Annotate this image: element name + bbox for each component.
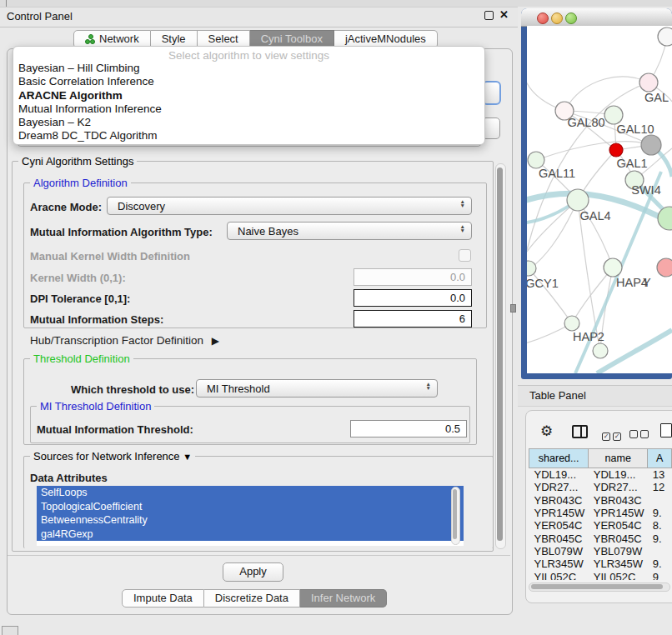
table-row[interactable]: YBL079WYBL079W (529, 545, 672, 558)
table-hscrollbar[interactable] (529, 582, 670, 592)
settings-scrollbar-thumb[interactable] (497, 168, 503, 541)
table-cell[interactable]: YBR045C (589, 532, 648, 544)
network-node-gal11[interactable] (528, 152, 544, 168)
table-cell[interactable]: YDL19... (529, 468, 589, 482)
table-cell[interactable] (648, 494, 672, 507)
network-edge[interactable] (564, 77, 649, 111)
show-columns-button[interactable] (572, 425, 588, 438)
table-cell[interactable]: YPR145W (589, 507, 648, 519)
attribute-list-item[interactable]: SelfLoops (37, 486, 464, 500)
kernel-width-field[interactable]: 0.0 (354, 268, 472, 286)
table-row[interactable]: YIL052CYIL052C9 (529, 570, 672, 580)
network-node-gal4[interactable] (567, 189, 589, 211)
table-cell[interactable]: 8. (648, 519, 672, 532)
attribute-list-item[interactable]: gal4RGexp (37, 528, 464, 542)
attributes-scrollbar[interactable] (451, 487, 460, 545)
mi-steps-field[interactable]: 6 (354, 310, 472, 328)
attributes-scrollbar-thumb[interactable] (453, 489, 457, 539)
network-node[interactable] (593, 343, 608, 358)
algorithm-option[interactable]: Basic Correlation Inference (13, 75, 484, 88)
table-cell[interactable]: YLR345W (529, 558, 589, 570)
table-cell[interactable]: YIL052C (589, 570, 648, 580)
network-view-window[interactable]: GALGAL80GAL10GAL1GAL11SWI4GAL4GCY1HAP4YH… (521, 8, 672, 379)
network-graph[interactable]: GALGAL80GAL10GAL1GAL11SWI4GAL4GCY1HAP4YH… (527, 26, 672, 373)
table-cell[interactable]: YBR043C (529, 494, 589, 507)
algorithm-option[interactable]: Mutual Information Inference (13, 102, 484, 116)
algorithm-option[interactable]: Bayesian – K2 (13, 116, 484, 129)
float-panel-button[interactable] (484, 11, 494, 20)
algorithm-option[interactable]: ARACNE Algorithm (13, 89, 484, 102)
table-cell[interactable]: 13 (648, 468, 672, 482)
table-cell[interactable]: 12 (648, 481, 672, 493)
node-table[interactable]: shared...nameAYDL19...YDL19...13YDR27...… (529, 448, 672, 580)
which-threshold-combobox[interactable]: MI Threshold ▲▼ (196, 379, 438, 398)
network-node-y[interactable] (657, 258, 672, 277)
splitter-handle[interactable] (510, 304, 516, 312)
table-cell[interactable] (648, 545, 672, 558)
table-cell[interactable]: 9. (648, 532, 672, 544)
tab-infer-network[interactable]: Infer Network (300, 589, 387, 608)
table-cell[interactable]: YIL052C (529, 570, 589, 580)
algorithm-option[interactable]: Dream8 DC_TDC Algorithm (13, 129, 484, 142)
close-window-icon[interactable] (537, 12, 549, 24)
corner-mini-button[interactable] (2, 626, 18, 635)
table-cell[interactable]: YDL19... (589, 468, 648, 482)
table-row[interactable]: YBR043CYBR043C (529, 494, 672, 507)
column-header[interactable]: A (648, 449, 672, 468)
tab-discretize-data[interactable]: Discretize Data (204, 589, 300, 608)
data-attributes-list[interactable]: SelfLoopsTopologicalCoefficientBetweenne… (37, 486, 464, 546)
aracne-mode-combobox[interactable]: Discovery ▲▼ (107, 197, 472, 215)
table-cell[interactable]: 9. (648, 507, 672, 519)
apply-button[interactable]: Apply (223, 562, 283, 582)
table-settings-button[interactable]: ⚙ (540, 422, 553, 440)
column-header[interactable]: name (589, 449, 648, 468)
table-cell[interactable]: YDR27... (589, 481, 648, 493)
mi-type-combobox[interactable]: Naive Bayes ▲▼ (227, 222, 472, 240)
settings-scrollbar[interactable] (495, 163, 506, 549)
network-edge[interactable] (530, 200, 578, 268)
table-cell[interactable]: YDR27... (529, 481, 589, 493)
zoom-window-icon[interactable] (565, 12, 577, 24)
manual-kernel-checkbox[interactable] (459, 249, 471, 262)
table-cell[interactable]: YBL079W (589, 545, 648, 558)
table-row[interactable]: YDR27...YDR27...12 (529, 481, 672, 493)
network-node-gcy1[interactable] (527, 261, 536, 276)
table-cell[interactable]: YPR145W (529, 507, 589, 519)
network-node-hap2[interactable] (564, 316, 579, 331)
network-node-gal1[interactable] (609, 143, 623, 157)
table-cell[interactable]: YBR045C (529, 532, 589, 544)
network-node-gal[interactable] (639, 73, 658, 92)
table-row[interactable]: YBR045CYBR045C9. (529, 532, 672, 544)
network-edge[interactable] (572, 268, 613, 323)
network-node[interactable] (658, 207, 672, 230)
network-node-gal10[interactable] (604, 106, 623, 124)
network-canvas[interactable]: GALGAL80GAL10GAL1GAL11SWI4GAL4GCY1HAP4YH… (527, 26, 672, 373)
minimize-window-icon[interactable] (551, 12, 563, 24)
table-row[interactable]: YLR345WYLR345W9. (529, 558, 672, 570)
attribute-list-item[interactable]: BetweennessCentrality (37, 513, 464, 528)
table-cell[interactable]: YBR043C (589, 494, 648, 507)
hub-definition-expander[interactable]: Hub/Transcription Factor Definition ▶ (30, 334, 219, 347)
deselect-all-columns-button[interactable] (629, 427, 649, 442)
network-node[interactable] (658, 28, 672, 46)
table-row[interactable]: YPR145WYPR145W9. (529, 507, 672, 519)
column-header[interactable]: shared... (529, 449, 589, 468)
tab-impute-data[interactable]: Impute Data (122, 589, 204, 608)
dpi-tolerance-field[interactable]: 0.0 (354, 289, 472, 307)
table-hscrollbar-thumb[interactable] (531, 584, 663, 589)
table-row[interactable]: YER054CYER054C8. (529, 519, 672, 532)
attribute-list-item[interactable]: TopologicalCoefficient (37, 500, 464, 514)
table-cell[interactable]: 9 (648, 570, 672, 580)
new-table-button[interactable] (660, 423, 672, 438)
network-edge[interactable] (578, 200, 600, 351)
algorithm-option[interactable]: Bayesian – Hill Climbing (13, 62, 484, 75)
table-cell[interactable]: YER054C (589, 519, 648, 532)
mi-threshold-field[interactable]: 0.5 (350, 420, 467, 438)
table-cell[interactable]: YBL079W (529, 545, 589, 558)
table-cell[interactable]: YLR345W (589, 558, 648, 570)
close-panel-button[interactable]: ✕ (499, 10, 509, 19)
select-all-columns-button[interactable]: ✓✓ (602, 427, 621, 442)
table-row[interactable]: YDL19...YDL19...13 (529, 468, 672, 482)
network-node-hap4[interactable] (604, 258, 622, 277)
table-cell[interactable]: 9. (648, 558, 672, 570)
